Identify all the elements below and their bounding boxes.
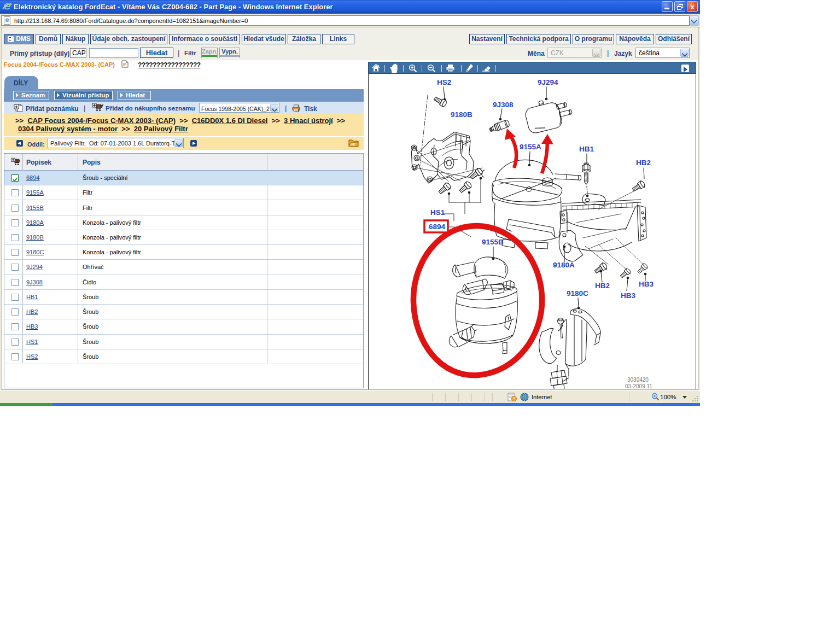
svg-text:HB1: HB1 — [579, 145, 594, 153]
svg-text:9155A: 9155A — [520, 143, 541, 151]
svg-text:03-2009 11: 03-2009 11 — [625, 383, 652, 389]
svg-text:HB2: HB2 — [636, 159, 651, 167]
svg-text:3030420: 3030420 — [627, 377, 649, 383]
svg-text:9J308: 9J308 — [493, 101, 514, 109]
svg-text:HB3: HB3 — [639, 280, 654, 288]
svg-text:HB3: HB3 — [621, 291, 635, 300]
svg-text:6894: 6894 — [429, 223, 446, 231]
svg-text:HB2: HB2 — [595, 282, 610, 290]
svg-text:HS2: HS2 — [437, 78, 451, 86]
svg-text:9155B: 9155B — [482, 238, 504, 246]
svg-text:9J294: 9J294 — [538, 78, 558, 86]
svg-text:9180B: 9180B — [451, 110, 472, 119]
svg-text:HS1: HS1 — [430, 208, 445, 217]
svg-text:9180A: 9180A — [553, 261, 575, 269]
svg-text:9180C: 9180C — [567, 289, 588, 298]
